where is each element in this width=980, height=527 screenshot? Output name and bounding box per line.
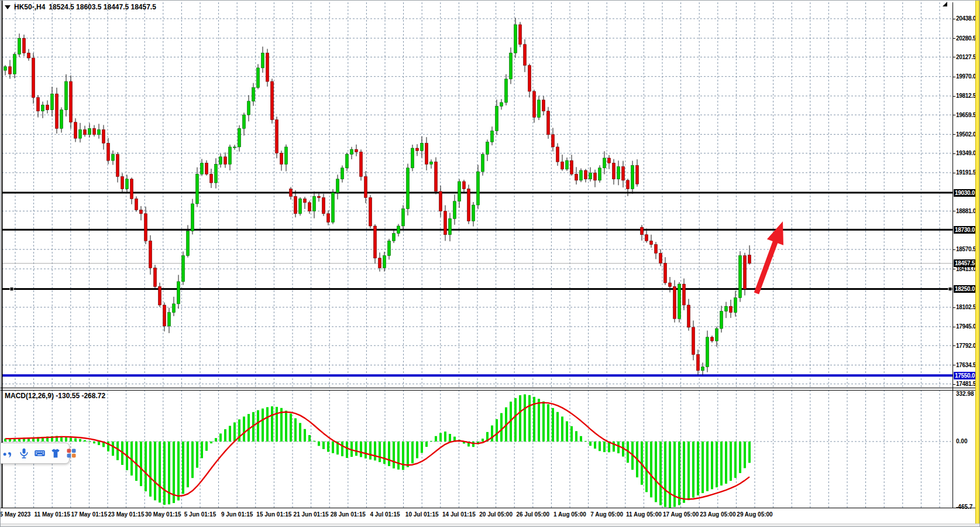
- time-axis-label: 4 Jul 01:15: [370, 511, 400, 518]
- price-tick-mark: [953, 384, 955, 385]
- time-axis-label: 17 May 01:15: [71, 511, 108, 518]
- chart-canvas: [1, 1, 980, 527]
- macd-axis-label: 0.00: [956, 438, 967, 444]
- time-axis-label: 9 Jun 01:15: [221, 511, 253, 518]
- time-axis-label: 20 Jul 05:00: [479, 511, 513, 518]
- price-tick-mark: [953, 115, 955, 115]
- scroll-corner-icon: [943, 2, 947, 6]
- line-handle: [10, 288, 13, 291]
- time-axis-label: 11 Aug 05:00: [626, 511, 662, 518]
- price-tick-mark: [953, 153, 955, 154]
- candles-layer: [4, 18, 751, 375]
- apps-grid-icon[interactable]: [66, 447, 77, 459]
- price-tick-mark: [953, 134, 955, 135]
- time-axis-label: 23 May 01:15: [108, 511, 145, 518]
- price-level-badge: 17550.0: [954, 372, 978, 379]
- time-axis-label: 7 Aug 05:00: [590, 511, 623, 518]
- price-level-badge: 18457.5: [954, 259, 978, 267]
- pen-comma-icon[interactable]: [2, 447, 14, 459]
- price-tick-mark: [953, 307, 955, 308]
- title-symbol-period: HK50-,H4: [14, 3, 45, 11]
- bottom-edge-strip: [1, 523, 980, 527]
- price-level-badge: 18730.0: [954, 226, 978, 234]
- price-tick-mark: [953, 327, 955, 327]
- trend-arrow[interactable]: [754, 221, 783, 295]
- chart-window: HK50-,H4 18524.5 18603.5 18447.5 18457.5…: [0, 0, 980, 527]
- price-tick-mark: [953, 345, 955, 346]
- line-handle: [948, 288, 952, 291]
- price-tick-mark: [953, 269, 955, 269]
- time-axis-label: 30 May 01:15: [145, 511, 181, 518]
- time-axis-label: 23 Aug 05:00: [700, 511, 735, 518]
- time-axis-label: 5 May 2023: [0, 511, 30, 518]
- right-edge-strip: [975, 1, 979, 523]
- time-axis-label: 5 Jun 01:15: [184, 511, 216, 518]
- price-tick-mark: [953, 57, 955, 57]
- time-axis-label: 1 Aug 05:00: [553, 511, 586, 518]
- time-axis-label: 10 Jul 01:15: [405, 511, 439, 518]
- price-level-badge: 18250.0: [954, 285, 978, 293]
- price-tick-mark: [953, 365, 955, 365]
- time-axis-label: 21 Jun 01:15: [294, 511, 329, 518]
- price-tick-mark: [953, 96, 955, 97]
- gridlines: [2, 2, 953, 508]
- chart-title: HK50-,H4 18524.5 18603.5 18447.5 18457.5: [5, 3, 156, 11]
- macd-axis-label: -465.7: [956, 504, 972, 510]
- price-tick-mark: [953, 19, 955, 19]
- time-axis-label: 28 Jun 01:15: [331, 511, 366, 518]
- macd-layer: [4, 394, 751, 507]
- time-axis-label: 11 May 01:15: [35, 511, 70, 518]
- time-axis-label: 15 Jun 01:15: [256, 511, 291, 518]
- time-axis-label: 29 Aug 05:00: [737, 511, 772, 518]
- price-level-badge: 19030.0: [954, 189, 978, 197]
- price-tick-mark: [953, 173, 955, 173]
- title-ohlc-values: 18524.5 18603.5 18447.5 18457.5: [49, 3, 156, 11]
- symbol-dropdown-icon[interactable]: [5, 5, 11, 9]
- macd-indicator-label: MACD(12,26,9) -130.55 -268.72: [5, 392, 105, 400]
- microphone-icon[interactable]: [18, 447, 30, 459]
- clothing-icon[interactable]: [50, 447, 61, 459]
- macd-axis-label: 332.98: [956, 391, 974, 397]
- keyboard-icon[interactable]: [34, 447, 46, 459]
- price-tick-mark: [953, 77, 955, 77]
- input-toolbar: [0, 443, 70, 464]
- price-tick-mark: [953, 249, 955, 250]
- time-axis-label: 14 Jul 01:15: [442, 511, 476, 518]
- price-tick-mark: [953, 38, 955, 39]
- price-tick-mark: [953, 211, 955, 211]
- time-axis-label: 26 Jul 05:00: [516, 511, 549, 518]
- time-axis-label: 17 Aug 05:00: [663, 511, 699, 518]
